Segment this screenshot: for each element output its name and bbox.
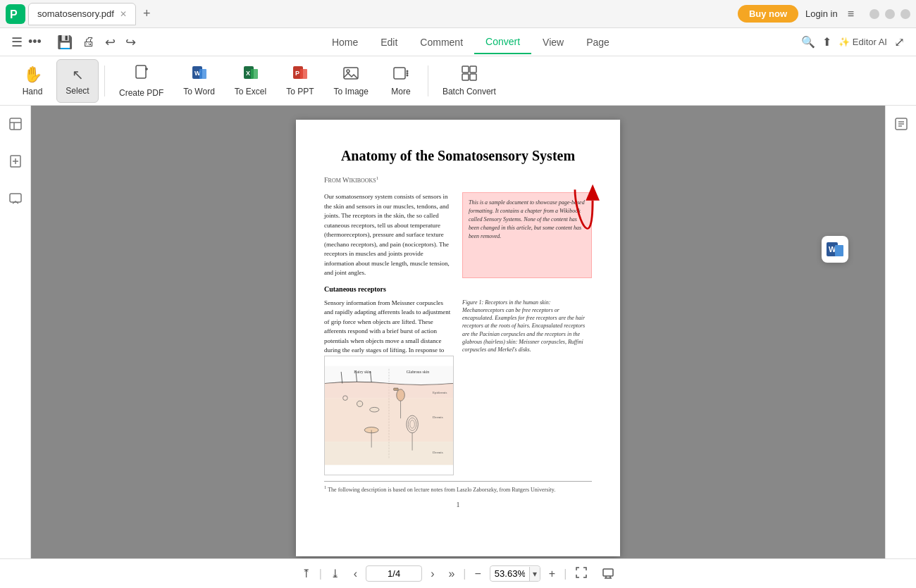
go-to-first-page-button[interactable]: ⤒ bbox=[296, 564, 316, 583]
right-sidebar bbox=[885, 106, 916, 558]
zoom-out-button[interactable]: − bbox=[469, 565, 487, 583]
create-pdf-button[interactable]: Create PDF bbox=[111, 59, 172, 103]
fit-page-button[interactable] bbox=[569, 563, 593, 584]
prev-page-button[interactable]: ‹ bbox=[348, 565, 363, 583]
pdf-intro-columns: Our somatosensory system consists of sen… bbox=[324, 192, 592, 278]
more-dots-icon[interactable]: ••• bbox=[28, 35, 42, 49]
zoom-dropdown-button[interactable]: ▾ bbox=[529, 567, 540, 581]
main-area: Anatomy of the Somatosensory System FROM… bbox=[0, 106, 916, 558]
minimize-button[interactable]: — bbox=[869, 9, 879, 19]
redo-icon[interactable]: ↪ bbox=[121, 32, 140, 53]
svg-point-15 bbox=[347, 70, 349, 73]
page-input[interactable]: 1/4 bbox=[366, 565, 422, 582]
pdf-figure-area: Sensory information from Meissner corpus… bbox=[324, 299, 592, 475]
nav-comment[interactable]: Comment bbox=[409, 31, 474, 54]
more-button[interactable]: More bbox=[380, 59, 422, 103]
bottom-bar: ⤒ | ⤓ ‹ 1/4 › » | − ▾ + | bbox=[0, 558, 916, 588]
pdf-section-body: Sensory information from Meissner corpus… bbox=[324, 299, 454, 356]
svg-text:X: X bbox=[246, 70, 250, 77]
nav-view[interactable]: View bbox=[531, 31, 575, 54]
title-bar-right: Buy now Login in ≡ — □ ✕ bbox=[738, 5, 910, 23]
pdf-figure-caption: Figure 1: Receptors in the human skin: M… bbox=[462, 299, 592, 475]
title-bar-left: P bbox=[6, 4, 25, 24]
buy-now-button[interactable]: Buy now bbox=[738, 5, 798, 23]
batch-convert-button[interactable]: Batch Convert bbox=[434, 59, 505, 103]
svg-point-42 bbox=[357, 401, 363, 406]
quick-access-icons: 💾 🖨 ↩ ↪ bbox=[53, 32, 140, 53]
login-button[interactable]: Login in bbox=[805, 8, 838, 19]
menu-icon[interactable]: ≡ bbox=[845, 5, 857, 23]
nav-convert[interactable]: Convert bbox=[474, 30, 531, 54]
pdf-intro-text: Our somatosensory system consists of sen… bbox=[324, 192, 454, 278]
save-icon[interactable]: 💾 bbox=[53, 32, 77, 53]
pdf-section-title: Cutaneous receptors bbox=[324, 285, 592, 293]
pdf-viewport[interactable]: Anatomy of the Somatosensory System FROM… bbox=[31, 106, 885, 558]
thumbnail-icon[interactable] bbox=[4, 113, 27, 139]
skin-diagram: Hairy skin Glabrous skin bbox=[324, 356, 454, 475]
svg-rect-49 bbox=[394, 388, 399, 390]
maximize-button[interactable]: □ bbox=[885, 9, 895, 19]
print-icon[interactable]: 🖨 bbox=[78, 32, 99, 52]
last-page-button[interactable]: » bbox=[442, 565, 460, 583]
svg-rect-2 bbox=[136, 65, 146, 78]
separator-3: | bbox=[564, 568, 567, 580]
svg-rect-7 bbox=[199, 69, 206, 79]
upload-icon[interactable]: ⬆ bbox=[822, 35, 831, 49]
undo-icon[interactable]: ↩ bbox=[101, 32, 120, 53]
to-word-label: To Word bbox=[183, 87, 214, 96]
next-page-button[interactable]: › bbox=[425, 565, 440, 583]
main-nav: Home Edit Comment Convert View Page bbox=[321, 30, 621, 54]
svg-text:Epidermis: Epidermis bbox=[433, 391, 447, 394]
pdf-highlight-box: This is a sample document to showcase pa… bbox=[462, 192, 592, 278]
pdf-page-number: 1 bbox=[324, 501, 592, 508]
to-ppt-label: To PPT bbox=[286, 87, 314, 96]
to-excel-button[interactable]: X To Excel bbox=[226, 59, 275, 103]
title-bar: P somatosensory.pdf ✕ + Buy now Login in… bbox=[0, 0, 916, 28]
toolbar-divider-2 bbox=[428, 65, 428, 96]
to-word-icon: W bbox=[191, 65, 208, 84]
to-image-icon bbox=[342, 65, 359, 84]
tab-bar: somatosensory.pdf ✕ + bbox=[28, 3, 154, 25]
menu-right-actions: 🔍 ⬆ ✨ Editor AI ⤢ bbox=[801, 35, 905, 50]
tab-close-icon[interactable]: ✕ bbox=[120, 9, 127, 19]
editor-ai-label: Editor AI bbox=[853, 37, 887, 47]
svg-rect-22 bbox=[462, 74, 469, 80]
nav-page[interactable]: Page bbox=[575, 31, 621, 54]
hamburger-icon[interactable]: ☰ bbox=[11, 35, 23, 50]
word-floating-icon[interactable]: W bbox=[822, 236, 848, 263]
close-button[interactable]: ✕ bbox=[900, 9, 910, 19]
to-word-button[interactable]: W To Word bbox=[175, 59, 223, 103]
menu-bar: ☰ ••• 💾 🖨 ↩ ↪ Home Edit Comment Convert … bbox=[0, 28, 916, 56]
nav-home[interactable]: Home bbox=[321, 31, 369, 54]
to-image-button[interactable]: To Image bbox=[326, 59, 377, 103]
zoom-in-button[interactable]: + bbox=[543, 565, 561, 583]
active-tab[interactable]: somatosensory.pdf ✕ bbox=[28, 3, 136, 25]
hand-tool-button[interactable]: ✋ Hand bbox=[11, 59, 54, 103]
properties-icon[interactable] bbox=[890, 113, 912, 139]
comment-icon[interactable] bbox=[4, 187, 27, 213]
svg-text:Dermis: Dermis bbox=[433, 415, 443, 419]
zoom-input[interactable] bbox=[490, 566, 529, 581]
new-tab-button[interactable]: + bbox=[139, 6, 155, 21]
pdf-subtitle: FROM WIKIBOOKS1 bbox=[324, 175, 592, 184]
pdf-page: Anatomy of the Somatosensory System FROM… bbox=[296, 120, 620, 556]
svg-rect-20 bbox=[462, 66, 469, 73]
ai-sparkle-icon: ✨ bbox=[838, 37, 850, 47]
pdf-title: Anatomy of the Somatosensory System bbox=[324, 148, 592, 164]
to-ppt-button[interactable]: P To PPT bbox=[278, 59, 322, 103]
go-to-last-page-button[interactable]: ⤓ bbox=[325, 564, 345, 583]
fullscreen-button[interactable] bbox=[596, 563, 620, 584]
svg-rect-13 bbox=[300, 69, 307, 79]
select-label: Select bbox=[66, 86, 89, 96]
search-icon[interactable]: 🔍 bbox=[801, 35, 815, 49]
expand-icon[interactable]: ⤢ bbox=[894, 35, 905, 50]
select-tool-button[interactable]: ↖ Select bbox=[56, 59, 99, 103]
svg-text:Hairy skin: Hairy skin bbox=[354, 369, 371, 373]
add-page-icon[interactable] bbox=[4, 150, 27, 176]
svg-rect-21 bbox=[470, 66, 476, 73]
svg-rect-16 bbox=[394, 68, 405, 79]
svg-rect-62 bbox=[603, 569, 613, 576]
editor-ai-button[interactable]: ✨ Editor AI bbox=[838, 37, 887, 47]
nav-edit[interactable]: Edit bbox=[369, 31, 409, 54]
svg-rect-24 bbox=[10, 118, 21, 130]
